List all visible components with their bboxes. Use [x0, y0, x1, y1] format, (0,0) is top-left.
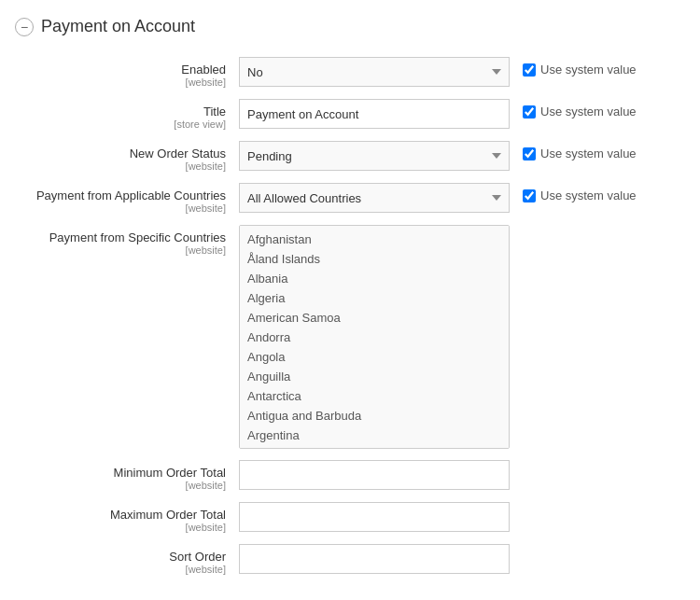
title-input-cell [239, 99, 510, 129]
min-order-input[interactable] [239, 460, 510, 490]
applicable-countries-sublabel: [website] [15, 202, 226, 214]
applicable-countries-label-cell: Payment from Applicable Countries [websi… [15, 183, 239, 214]
applicable-countries-use-system-checkbox[interactable] [523, 189, 536, 202]
title-label: Title [15, 105, 226, 119]
enabled-input-cell: No Yes [239, 57, 510, 87]
enabled-select[interactable]: No Yes [239, 57, 510, 87]
sort-order-label: Sort Order [15, 550, 226, 564]
order-status-use-system-label: Use system value [540, 147, 637, 160]
title-use-system-label: Use system value [540, 105, 637, 119]
title-use-system: Use system value [510, 99, 637, 119]
applicable-countries-select[interactable]: All Allowed Countries Specific Countries [239, 183, 510, 213]
order-status-sublabel: [website] [15, 160, 226, 172]
collapse-icon[interactable] [15, 18, 34, 36]
enabled-row: Enabled [website] No Yes Use system valu… [15, 57, 685, 88]
max-order-row: Maximum Order Total [website] [15, 502, 685, 533]
order-status-input-cell: Pending Processing Complete [239, 141, 510, 171]
title-use-system-checkbox[interactable] [523, 105, 536, 119]
page-title: Payment on Account [0, 9, 700, 48]
specific-countries-label-cell: Payment from Specific Countries [website… [15, 225, 239, 256]
specific-countries-row: Payment from Specific Countries [website… [15, 225, 685, 449]
applicable-countries-row: Payment from Applicable Countries [websi… [15, 183, 685, 214]
title-row: Title [store view] Use system value [15, 99, 685, 130]
enabled-label: Enabled [15, 63, 226, 77]
section-title: Payment on Account [41, 17, 195, 36]
specific-countries-input-cell: Afghanistan Åland Islands Albania Algeri… [239, 225, 510, 449]
sort-order-row: Sort Order [website] [15, 544, 685, 575]
title-sublabel: [store view] [15, 119, 226, 130]
enabled-label-cell: Enabled [website] [15, 57, 239, 88]
sort-order-input-cell [239, 544, 510, 574]
applicable-countries-use-system: Use system value [510, 183, 637, 202]
specific-countries-multiselect[interactable]: Afghanistan Åland Islands Albania Algeri… [239, 225, 510, 449]
applicable-countries-input-cell: All Allowed Countries Specific Countries [239, 183, 510, 213]
enabled-sublabel: [website] [15, 77, 226, 88]
max-order-sublabel: [website] [15, 522, 226, 533]
applicable-countries-label: Payment from Applicable Countries [15, 188, 226, 202]
max-order-label-cell: Maximum Order Total [website] [15, 502, 239, 533]
enabled-use-system-checkbox[interactable] [523, 63, 536, 77]
max-order-label: Maximum Order Total [15, 508, 226, 522]
min-order-input-cell [239, 460, 510, 490]
specific-countries-label: Payment from Specific Countries [15, 230, 226, 244]
min-order-sublabel: [website] [15, 480, 226, 491]
enabled-use-system-label: Use system value [540, 63, 637, 77]
order-status-label: New Order Status [15, 147, 226, 160]
order-status-row: New Order Status [website] Pending Proce… [15, 141, 685, 172]
form-section: Enabled [website] No Yes Use system valu… [0, 48, 700, 595]
title-input[interactable] [239, 99, 510, 129]
sort-order-input[interactable] [239, 544, 510, 574]
enabled-use-system: Use system value [510, 57, 637, 77]
order-status-select[interactable]: Pending Processing Complete [239, 141, 510, 171]
title-label-cell: Title [store view] [15, 99, 239, 130]
specific-countries-sublabel: [website] [15, 244, 226, 256]
sort-order-label-cell: Sort Order [website] [15, 544, 239, 575]
min-order-row: Minimum Order Total [website] [15, 460, 685, 491]
order-status-use-system: Use system value [510, 141, 637, 160]
min-order-label-cell: Minimum Order Total [website] [15, 460, 239, 491]
sort-order-sublabel: [website] [15, 564, 226, 575]
min-order-label: Minimum Order Total [15, 466, 226, 480]
max-order-input-cell [239, 502, 510, 532]
max-order-input[interactable] [239, 502, 510, 532]
applicable-countries-use-system-label: Use system value [540, 188, 637, 202]
order-status-use-system-checkbox[interactable] [523, 147, 536, 160]
order-status-label-cell: New Order Status [website] [15, 141, 239, 172]
